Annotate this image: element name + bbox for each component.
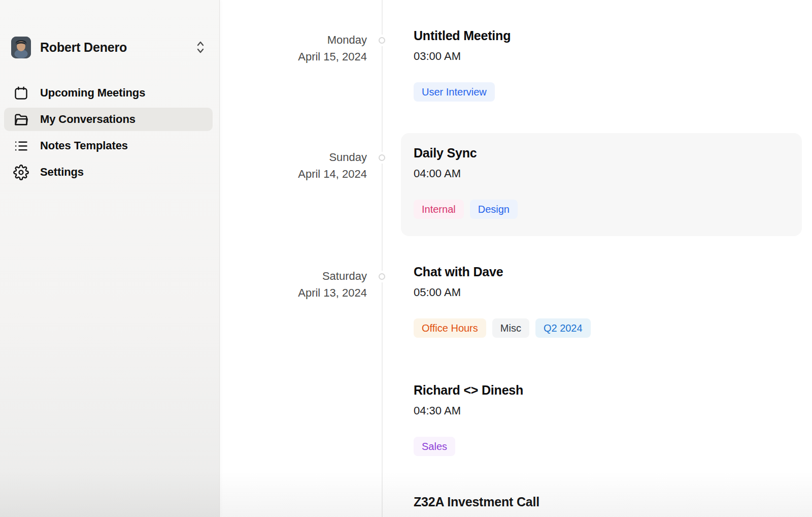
date-label: April 15, 2024 bbox=[220, 48, 367, 65]
date-label-group: Saturday April 13, 2024 bbox=[220, 268, 367, 301]
tag[interactable]: Internal bbox=[414, 200, 464, 219]
user-name: Robert Denero bbox=[40, 40, 196, 55]
tag-row: Sales bbox=[414, 437, 789, 456]
tag[interactable]: Q2 2024 bbox=[535, 318, 591, 338]
user-menu[interactable]: Robert Denero bbox=[11, 36, 212, 59]
meeting-title: Untitled Meeting bbox=[414, 28, 789, 43]
timeline-dot bbox=[379, 273, 385, 280]
sidebar-item-label: Notes Templates bbox=[40, 139, 128, 152]
folder-icon bbox=[13, 112, 29, 127]
date-label: April 13, 2024 bbox=[220, 284, 367, 301]
date-label-group: Monday April 15, 2024 bbox=[220, 31, 367, 65]
weekday-label: Saturday bbox=[220, 268, 367, 284]
weekday-label: Sunday bbox=[220, 149, 367, 166]
tag-row: Internal Design bbox=[414, 200, 789, 219]
timeline-dot bbox=[379, 154, 385, 161]
tag[interactable]: User Interview bbox=[414, 82, 495, 102]
meeting-card[interactable]: Richard <> Dinesh 04:30 AM Sales bbox=[401, 370, 802, 473]
tag[interactable]: Misc bbox=[492, 318, 529, 338]
list-icon bbox=[13, 138, 29, 154]
meeting-card[interactable]: Untitled Meeting 03:00 AM User Interview bbox=[401, 16, 802, 119]
sidebar-item-label: Settings bbox=[40, 166, 84, 179]
tag-row: Office Hours Misc Q2 2024 bbox=[414, 318, 789, 338]
avatar bbox=[11, 37, 31, 58]
meeting-time: 05:00 AM bbox=[414, 286, 789, 298]
tag-row: User Interview bbox=[414, 82, 789, 102]
meeting-time: 04:30 AM bbox=[414, 405, 789, 416]
sidebar: Robert Denero Upcoming Meetings bbox=[0, 0, 220, 517]
meeting-time: 03:00 AM bbox=[414, 50, 789, 62]
sidebar-item-label: Upcoming Meetings bbox=[40, 86, 145, 100]
meeting-title: Richard <> Dinesh bbox=[414, 382, 789, 398]
date-label-group: Sunday April 14, 2024 bbox=[220, 149, 367, 182]
tag[interactable]: Design bbox=[470, 200, 518, 219]
meeting-time: 04:00 AM bbox=[414, 168, 789, 179]
sidebar-item-upcoming-meetings[interactable]: Upcoming Meetings bbox=[4, 81, 213, 105]
sidebar-item-my-conversations[interactable]: My Conversations bbox=[4, 108, 213, 131]
chevron-up-down-icon bbox=[196, 40, 205, 54]
conversations-timeline: Monday April 15, 2024 Untitled Meeting 0… bbox=[220, 0, 812, 517]
sidebar-nav: Upcoming Meetings My Conversations bbox=[4, 81, 213, 187]
calendar-icon bbox=[13, 85, 29, 101]
date-label: April 14, 2024 bbox=[220, 166, 367, 182]
meeting-title: Z32A Investment Call bbox=[414, 494, 789, 509]
sidebar-item-label: My Conversations bbox=[40, 113, 136, 126]
weekday-label: Monday bbox=[220, 31, 367, 48]
timeline-line bbox=[382, 0, 383, 517]
tag[interactable]: Office Hours bbox=[414, 318, 486, 338]
sidebar-item-settings[interactable]: Settings bbox=[4, 160, 213, 184]
meeting-title: Daily Sync bbox=[414, 145, 789, 160]
tag[interactable]: Sales bbox=[414, 437, 455, 456]
meeting-card[interactable]: Chat with Dave 05:00 AM Office Hours Mis… bbox=[401, 252, 802, 355]
timeline-dot bbox=[379, 37, 385, 44]
sidebar-item-notes-templates[interactable]: Notes Templates bbox=[4, 134, 213, 157]
meeting-title: Chat with Dave bbox=[414, 264, 789, 279]
meeting-card[interactable]: Daily Sync 04:00 AM Internal Design bbox=[401, 133, 802, 236]
meeting-card[interactable]: Z32A Investment Call bbox=[401, 482, 802, 517]
gear-icon bbox=[13, 165, 29, 180]
